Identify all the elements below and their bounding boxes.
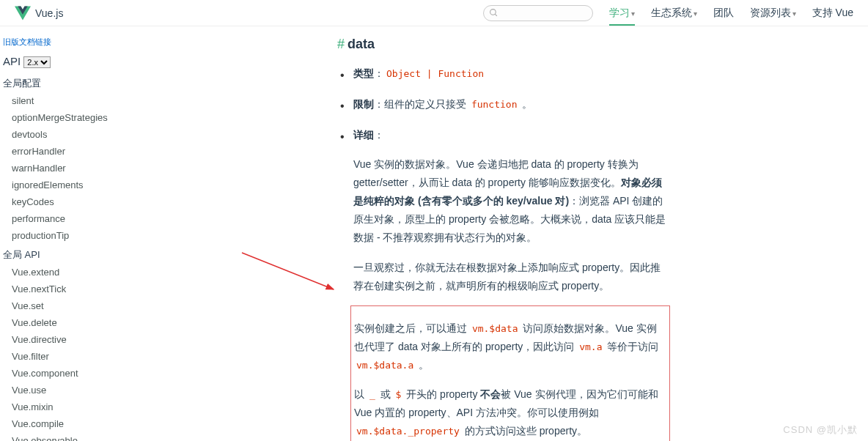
restrict-item: 限制：组件的定义只接受 function 。 xyxy=(350,96,667,114)
sidebar-item[interactable]: devtools xyxy=(0,126,139,143)
sidebar-title: API 2.x xyxy=(0,51,139,73)
detail-p2: 一旦观察过，你就无法在根数据对象上添加响应式 property。因此推荐在创建实… xyxy=(353,259,667,295)
old-docs-link[interactable]: 旧版文档链接 xyxy=(0,37,139,48)
sidebar-item[interactable]: Vue.mixin xyxy=(0,399,139,415)
sidebar-item[interactable]: Vue.directive xyxy=(0,331,139,348)
sidebar: 旧版文档链接 API 2.x 全局配置silentoptionMergeStra… xyxy=(0,29,139,441)
sidebar-item[interactable]: Vue.component xyxy=(0,365,139,382)
section-heading: #data xyxy=(337,37,667,52)
sidebar-title-text: API xyxy=(3,55,21,67)
chevron-down-icon: ▾ xyxy=(792,10,796,18)
sidebar-item[interactable]: Vue.nextTick xyxy=(0,281,139,297)
sidebar-item[interactable]: Vue.set xyxy=(0,297,139,314)
nav-ecosystem[interactable]: 生态系统▾ xyxy=(651,7,697,20)
sidebar-item[interactable]: errorHandler xyxy=(0,143,139,160)
sidebar-item[interactable]: Vue.compile xyxy=(0,415,139,432)
sidebar-item[interactable]: Vue.filter xyxy=(0,348,139,365)
sidebar-item[interactable]: ignoredElements xyxy=(0,177,139,193)
top-nav: 学习▾ 生态系统▾ 团队 资源列表▾ 支持 Vue xyxy=(483,5,853,21)
type-item: 类型：Object | Function xyxy=(350,65,667,83)
sidebar-item[interactable]: productionTip xyxy=(0,227,139,244)
detail-p3: 实例创建之后，可以通过 vm.$data 访问原始数据对象。Vue 实例也代理了… xyxy=(354,319,666,374)
sidebar-item[interactable]: Vue.observable xyxy=(0,432,139,441)
sidebar-item[interactable]: Vue.use xyxy=(0,382,139,399)
sidebar-item[interactable]: silent xyxy=(0,92,139,109)
hash-anchor[interactable]: # xyxy=(337,37,345,51)
sidebar-item[interactable]: optionMergeStrategies xyxy=(0,109,139,126)
svg-point-0 xyxy=(490,9,496,15)
chevron-down-icon: ▾ xyxy=(631,10,635,18)
main-content: #data 类型：Object | Function 限制：组件的定义只接受 f… xyxy=(154,0,696,441)
sidebar-section-header[interactable]: 全局 API xyxy=(0,244,139,264)
search-icon xyxy=(489,8,499,18)
nav-resources[interactable]: 资源列表▾ xyxy=(750,7,796,20)
sidebar-item[interactable]: warnHandler xyxy=(0,160,139,177)
sidebar-item[interactable]: Vue.extend xyxy=(0,264,139,281)
sidebar-item[interactable]: keyCodes xyxy=(0,193,139,210)
nav-support[interactable]: 支持 Vue xyxy=(812,7,853,20)
sidebar-item[interactable]: Vue.delete xyxy=(0,314,139,331)
chevron-down-icon: ▾ xyxy=(694,10,697,18)
type-code: Object | Function xyxy=(384,68,486,79)
sidebar-section-header[interactable]: 全局配置 xyxy=(0,73,139,92)
search-input[interactable] xyxy=(483,5,593,21)
vue-logo-icon xyxy=(15,5,31,21)
nav-learn[interactable]: 学习▾ xyxy=(609,7,635,20)
detail-p1: Vue 实例的数据对象。Vue 会递归地把 data 的 property 转换… xyxy=(353,155,667,247)
brand-logo[interactable]: Vue.js xyxy=(15,5,63,21)
sidebar-item[interactable]: performance xyxy=(0,210,139,227)
top-header: Vue.js 学习▾ 生态系统▾ 团队 资源列表▾ 支持 Vue xyxy=(0,0,868,26)
search-wrap xyxy=(483,5,593,21)
detail-p4: 以 _ 或 $ 开头的 property 不会被 Vue 实例代理，因为它们可能… xyxy=(354,385,666,440)
brand-text: Vue.js xyxy=(35,7,63,19)
detail-item: 详细： Vue 实例的数据对象。Vue 会递归地把 data 的 propert… xyxy=(350,127,667,441)
watermark: CSDN @凯小默 xyxy=(783,423,858,437)
svg-line-1 xyxy=(495,14,497,16)
version-select[interactable]: 2.x xyxy=(23,56,51,68)
highlighted-box: 实例创建之后，可以通过 vm.$data 访问原始数据对象。Vue 实例也代理了… xyxy=(350,305,670,441)
nav-team[interactable]: 团队 xyxy=(713,7,734,20)
